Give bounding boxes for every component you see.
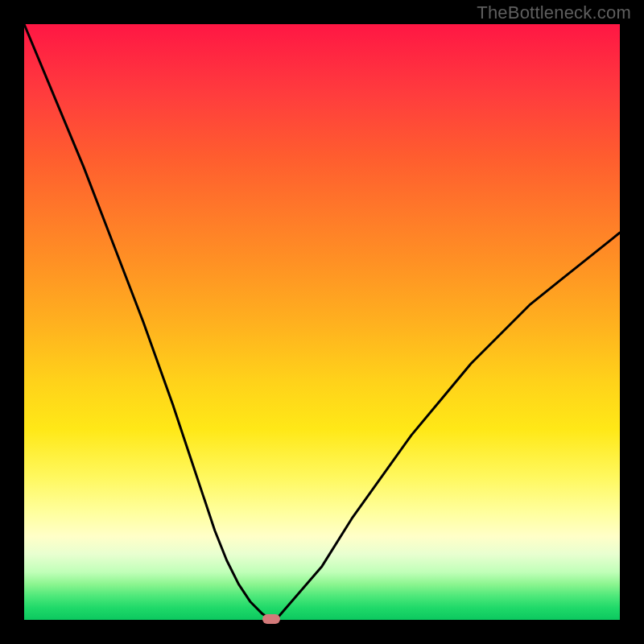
chart-frame: TheBottleneck.com	[0, 0, 644, 644]
optimal-point-marker	[262, 614, 280, 624]
plot-area	[24, 24, 620, 620]
watermark-text: TheBottleneck.com	[477, 2, 631, 23]
bottleneck-curve	[24, 24, 620, 620]
